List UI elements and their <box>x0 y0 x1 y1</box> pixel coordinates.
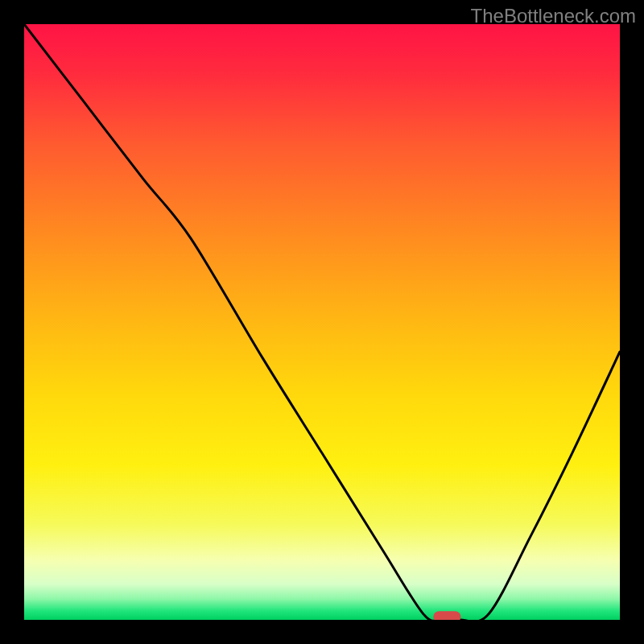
optimal-marker <box>433 611 460 620</box>
watermark-text: TheBottleneck.com <box>471 5 636 27</box>
chart-svg <box>24 24 620 620</box>
chart-container <box>24 24 620 620</box>
gradient-background <box>24 24 620 620</box>
